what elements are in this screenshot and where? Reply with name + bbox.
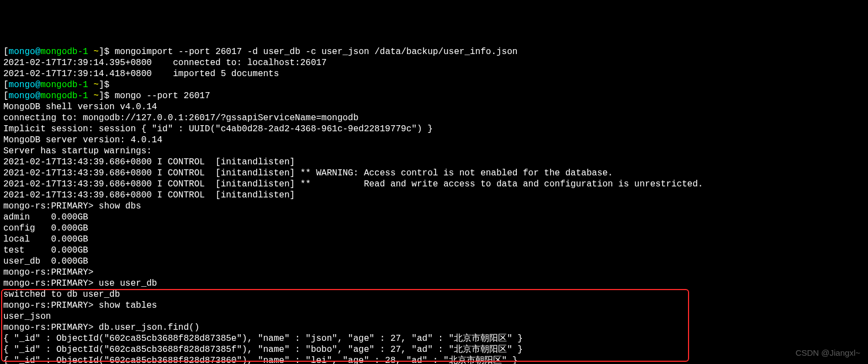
output-line: Server has startup warnings: [3, 146, 157, 156]
command-text: db.user_json.find() [99, 323, 199, 333]
output-line: 2021-02-17T13:43:39.686+0800 I CONTROL [… [3, 190, 300, 200]
output-line: 2021-02-17T13:43:39.686+0800 I CONTROL [… [3, 168, 613, 178]
mongo-prompt: mongo-rs:PRIMARY> [3, 301, 99, 311]
output-line: test 0.000GB [3, 245, 88, 255]
output-line: 2021-02-17T13:43:39.686+0800 I CONTROL [… [3, 179, 703, 189]
output-line: user_json [3, 312, 51, 322]
output-line: Implicit session: session { "id" : UUID(… [3, 124, 433, 134]
output-line: 2021-02-17T17:39:14.418+0800 imported 5 … [3, 69, 279, 79]
prompt-symbol: $ [104, 47, 109, 57]
bracket: [ [3, 47, 9, 57]
command-text: show dbs [99, 201, 141, 211]
at: @ [35, 80, 41, 90]
prompt-host: mongodb-1 [40, 80, 88, 90]
terminal-output[interactable]: [mongo@mongodb-1 ~]$ mongoimport --port … [3, 46, 865, 364]
prompt-path: ~ [93, 47, 99, 57]
output-line: { "_id" : ObjectId("602ca85cb3688f828d87… [3, 334, 523, 344]
output-line: MongoDB shell version v4.0.14 [3, 102, 157, 112]
prompt-path: ~ [93, 80, 99, 90]
prompt-user: mongo [9, 91, 35, 101]
at: @ [35, 91, 41, 101]
mongo-prompt: mongo-rs:PRIMARY> [3, 279, 99, 288]
prompt-path: ~ [93, 91, 99, 101]
output-line: local 0.000GB [3, 234, 88, 244]
prompt-host: mongodb-1 [40, 47, 88, 57]
output-line: switched to db user_db [3, 290, 120, 299]
output-line: 2021-02-17T17:39:14.395+0800 connected t… [3, 58, 327, 68]
prompt-symbol: $ [104, 91, 109, 101]
bracket: [ [3, 80, 9, 90]
command-text: show tables [99, 301, 157, 311]
prompt-user: mongo [9, 47, 35, 57]
at: @ [35, 47, 41, 57]
watermark-text: CSDN @Jiangxl~ [796, 348, 860, 358]
output-line: admin 0.000GB [3, 212, 88, 222]
bracket: [ [3, 91, 9, 101]
output-line: connecting to: mongodb://127.0.0.1:26017… [3, 113, 358, 123]
mongo-prompt: mongo-rs:PRIMARY> [3, 267, 99, 277]
mongo-prompt: mongo-rs:PRIMARY> [3, 323, 99, 333]
prompt-symbol: $ [104, 80, 109, 90]
output-line: { "_id" : ObjectId("602ca85cb3688f828d87… [3, 356, 517, 364]
prompt-user: mongo [9, 80, 35, 90]
prompt-host: mongodb-1 [40, 91, 88, 101]
output-line: config 0.000GB [3, 223, 88, 233]
command-text: use user_db [99, 279, 157, 288]
mongo-prompt: mongo-rs:PRIMARY> [3, 201, 99, 211]
output-line: user_db 0.000GB [3, 256, 88, 266]
command-text: mongoimport --port 26017 -d user_db -c u… [115, 47, 518, 57]
output-line: MongoDB server version: 4.0.14 [3, 135, 162, 145]
output-line: 2021-02-17T13:43:39.686+0800 I CONTROL [… [3, 157, 300, 167]
output-line: { "_id" : ObjectId("602ca85cb3688f828d87… [3, 345, 523, 355]
command-text: mongo --port 26017 [115, 91, 210, 101]
